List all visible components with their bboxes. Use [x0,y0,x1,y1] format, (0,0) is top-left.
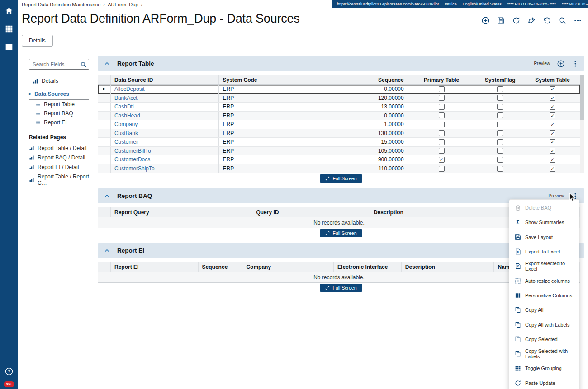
row-selector[interactable]: ▶ [98,85,111,94]
system-table-checkbox[interactable]: ✓ [550,139,555,145]
menu-item-save-layout[interactable]: Save Layout [509,230,579,244]
tab-details[interactable]: Details [22,35,53,47]
tree-item-data-sources[interactable]: ▶ Data Sources [29,88,89,100]
collapse-icon[interactable] [104,248,110,253]
help-button[interactable]: ? [0,362,18,380]
menu-item-paste-update[interactable]: Paste Update [509,376,579,389]
full-screen-button[interactable]: Full Screen [320,174,362,183]
column-header[interactable]: Report EI [111,262,199,272]
home-button[interactable] [0,2,18,20]
data-source-id-link[interactable]: CustomerBillTo [114,148,151,154]
vertical-scrollbar[interactable] [580,75,584,173]
scrollbar-thumb[interactable] [580,75,584,120]
new-icon[interactable] [482,17,489,24]
related-page-report-ei-detail[interactable]: Report EI / Detail [29,162,89,172]
data-source-id-link[interactable]: Customer [114,139,138,145]
data-source-id-link[interactable]: CustBank [114,130,138,136]
primary-table-checkbox[interactable] [439,95,445,101]
column-header[interactable]: SystemFlag [475,75,525,84]
menu-item-show-summaries[interactable]: ΣShow Summaries [509,215,579,230]
primary-table-checkbox[interactable] [439,139,445,145]
menu-item-personalize-columns[interactable]: Personalize Columns [509,288,579,303]
clear-icon[interactable] [528,17,536,24]
system-table-checkbox[interactable]: ✓ [550,148,555,154]
row-selector[interactable] [98,120,111,129]
related-page-report-table-detail[interactable]: Report Table / Detail [29,143,89,153]
search-icon[interactable] [81,61,86,67]
data-source-id-link[interactable]: CashHead [114,112,140,119]
row-selector[interactable] [98,112,111,120]
report-table-row[interactable]: CustBankERP130.00000✓ [98,129,580,138]
menu-item-auto-resize-columns[interactable]: Auto resize columns [509,273,579,288]
report-table-row[interactable]: BankAcctERP120.00000✓ [98,94,580,103]
column-header[interactable]: Primary Table [408,75,476,84]
preview-button[interactable]: Preview [534,61,550,66]
menu-item-export-selected-to-excel[interactable]: XExport selected to Excel [509,259,579,273]
save-icon[interactable] [497,17,505,24]
report-table-row[interactable]: CustomerDocsERP900.00000✓✓ [98,155,580,164]
row-selector[interactable] [98,155,111,164]
data-source-id-link[interactable]: CashDtl [114,103,134,110]
data-source-id-link[interactable]: BankAcct [114,95,138,101]
tree-item-report-baq[interactable]: Report BAQ [29,109,89,118]
grid-overflow-menu-icon[interactable] [572,192,579,200]
data-source-id-link[interactable]: Company [114,121,138,127]
primary-table-checkbox[interactable] [439,148,445,154]
system-flag-checkbox[interactable] [497,139,503,145]
system-flag-checkbox[interactable] [497,112,503,118]
system-table-checkbox[interactable]: ✓ [550,130,555,136]
column-header[interactable]: Electronic Interface [334,262,402,272]
undo-icon[interactable] [543,17,551,24]
report-table-row[interactable]: CashHeadERP0.00000✓ [98,112,580,121]
primary-table-checkbox[interactable] [439,104,445,110]
menu-item-export-to-excel[interactable]: XExport To Excel [509,244,579,259]
system-flag-checkbox[interactable] [497,157,503,163]
row-selector[interactable] [98,94,111,103]
system-table-checkbox[interactable]: ✓ [550,122,555,127]
system-table-checkbox[interactable]: ✓ [550,166,555,172]
collapse-icon[interactable] [104,61,110,66]
add-row-icon[interactable] [557,60,564,67]
primary-table-checkbox[interactable] [439,130,445,136]
column-header[interactable]: Query ID [252,207,370,217]
primary-table-checkbox[interactable] [439,122,445,127]
search-icon[interactable] [559,17,566,24]
search-fields-box[interactable] [29,59,89,70]
system-flag-checkbox[interactable] [497,148,503,154]
report-table-row[interactable]: CustomerERP15.00000✓ [98,138,580,147]
column-header[interactable]: Company [242,262,334,272]
system-table-checkbox[interactable]: ✓ [550,112,555,118]
tree-item-report-ei[interactable]: Report EI [29,118,89,127]
breadcrumb-item[interactable]: ARForm_Dup [108,2,138,7]
report-table-row[interactable]: CustomerBillToERP105.00000✓ [98,147,580,156]
system-flag-checkbox[interactable] [497,166,503,172]
breadcrumb-item[interactable]: Report Data Definition Maintenance [22,2,100,7]
grid-overflow-menu-icon[interactable] [572,60,579,67]
column-header[interactable]: Report Query [111,207,252,217]
report-table-row[interactable]: ▶AllocDepositERP0.00000✓ [98,85,580,94]
tree-item-details[interactable]: Details [29,76,89,86]
row-selector[interactable] [98,103,111,111]
row-selector[interactable] [98,138,111,146]
system-flag-checkbox[interactable] [497,130,503,136]
system-flag-checkbox[interactable] [497,86,503,92]
report-table-row[interactable]: CompanyERP1.00000✓ [98,120,580,129]
data-source-id-link[interactable]: AllocDeposit [114,86,145,92]
panels-button[interactable] [0,38,18,56]
menu-item-copy-all-with-labels[interactable]: Copy All with Labels [509,317,579,332]
row-selector[interactable] [98,147,111,155]
column-header[interactable]: Sequence [199,262,243,272]
system-flag-checkbox[interactable] [497,122,503,127]
primary-table-checkbox[interactable] [439,112,445,118]
apps-button[interactable] [0,20,18,38]
primary-table-checkbox[interactable]: ✓ [439,157,445,163]
system-table-checkbox[interactable]: ✓ [550,157,555,163]
tree-item-report-table[interactable]: Report Table [29,100,89,109]
full-screen-button[interactable]: Full Screen [320,284,362,292]
related-page-report-table-report-c[interactable]: Report Table / Report C… [29,172,89,187]
report-table-section-header[interactable]: Report Table Preview [98,56,584,71]
column-header[interactable]: System Code [219,75,332,84]
report-table-row[interactable]: CashDtlERP13.00000✓ [98,103,580,112]
refresh-icon[interactable] [512,17,520,24]
menu-item-copy-selected[interactable]: Copy Selected [509,332,579,347]
